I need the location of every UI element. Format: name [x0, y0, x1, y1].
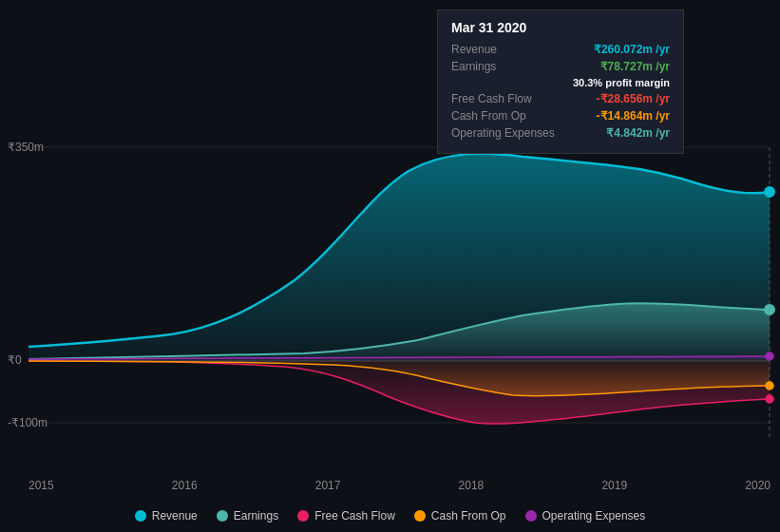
svg-point-4 [765, 187, 774, 197]
tooltip-fcf-value: -₹28.656m /yr [597, 92, 670, 105]
tooltip-fcf-label: Free Cash Flow [451, 92, 556, 105]
svg-point-7 [766, 382, 773, 390]
tooltip-cashop-label: Cash From Op [451, 109, 556, 123]
tooltip-opexp-label: Operating Expenses [451, 126, 556, 140]
x-label-2018: 2018 [459, 479, 485, 492]
legend-label-earnings: Earnings [234, 509, 278, 522]
legend-label-opexp: Operating Expenses [542, 509, 646, 522]
x-label-2020: 2020 [745, 479, 770, 492]
svg-point-5 [765, 305, 774, 314]
legend-dot-opexp [525, 510, 537, 522]
tooltip-earnings-value: ₹78.727m /yr [600, 60, 670, 73]
legend-cash-from-op[interactable]: Cash From Op [414, 509, 506, 522]
tooltip-fcf-row: Free Cash Flow -₹28.656m /yr [451, 92, 670, 105]
legend-free-cash-flow[interactable]: Free Cash Flow [297, 509, 395, 522]
y-label-neg100m: -₹100m [8, 416, 48, 429]
tooltip-opexp-value: ₹4.842m /yr [606, 126, 670, 140]
chart-container: ₹350m ₹0 -₹100m 2015 2016 2017 2018 2019… [0, 0, 780, 532]
tooltip-profit-margin-row: 30.3% profit margin [451, 77, 670, 88]
y-label-350m: ₹350m [8, 141, 44, 154]
legend-dot-fcf [297, 510, 309, 522]
svg-point-8 [766, 352, 773, 360]
legend-label-fcf: Free Cash Flow [314, 509, 395, 522]
legend-dot-revenue [135, 510, 146, 522]
tooltip-revenue-label: Revenue [451, 43, 556, 56]
x-label-2017: 2017 [315, 479, 341, 492]
svg-point-6 [766, 395, 773, 403]
tooltip-cashop-value: -₹14.864m /yr [597, 109, 670, 123]
y-label-0: ₹0 [8, 353, 22, 367]
tooltip-date: Mar 31 2020 [451, 20, 670, 35]
tooltip-earnings-row: Earnings ₹78.727m /yr [451, 60, 670, 73]
x-label-2015: 2015 [29, 479, 54, 492]
legend-dot-cashop [414, 510, 426, 522]
x-label-2016: 2016 [172, 479, 198, 492]
x-axis-labels: 2015 2016 2017 2018 2019 2020 [29, 479, 770, 492]
tooltip-opexp-row: Operating Expenses ₹4.842m /yr [451, 126, 670, 140]
tooltip-cashop-row: Cash From Op -₹14.864m /yr [451, 109, 670, 123]
tooltip-profit-margin: 30.3% profit margin [573, 77, 670, 88]
x-label-2019: 2019 [601, 479, 627, 492]
legend-dot-earnings [217, 510, 228, 522]
tooltip-earnings-label: Earnings [451, 60, 556, 73]
chart-legend: Revenue Earnings Free Cash Flow Cash Fro… [0, 509, 780, 522]
tooltip-box: Mar 31 2020 Revenue ₹260.072m /yr Earnin… [437, 10, 684, 154]
tooltip-revenue-value: ₹260.072m /yr [594, 43, 670, 56]
legend-revenue[interactable]: Revenue [135, 509, 198, 522]
tooltip-revenue-row: Revenue ₹260.072m /yr [451, 43, 670, 56]
legend-operating-expenses[interactable]: Operating Expenses [525, 509, 646, 522]
legend-label-cashop: Cash From Op [431, 509, 506, 522]
legend-earnings[interactable]: Earnings [217, 509, 278, 522]
legend-label-revenue: Revenue [152, 509, 198, 522]
